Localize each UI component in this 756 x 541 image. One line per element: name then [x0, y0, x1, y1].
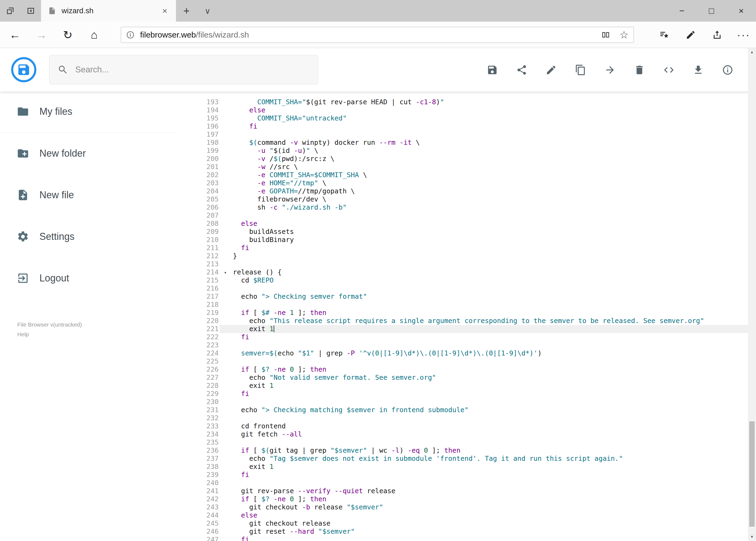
code-text[interactable]: -w //src \: [220, 163, 748, 171]
code-line-241[interactable]: 241 git rev-parse --verify --quiet relea…: [186, 487, 748, 495]
code-editor[interactable]: 193 COMMIT_SHA="$(git rev-parse HEAD | c…: [186, 92, 748, 541]
code-text[interactable]: if [ $? -ne 0 ]; then: [220, 495, 748, 503]
code-line-205[interactable]: 205 filebrowser/dev \: [186, 195, 748, 204]
code-line-207[interactable]: 207: [186, 212, 748, 220]
code-text[interactable]: fi: [220, 536, 748, 541]
code-text[interactable]: git checkout -b release "$semver": [220, 503, 748, 511]
edit-button[interactable]: [546, 64, 557, 76]
code-text[interactable]: [220, 260, 748, 268]
code-line-225[interactable]: 225: [186, 357, 748, 365]
search-input[interactable]: [75, 65, 310, 75]
back-button[interactable]: ←: [2, 28, 28, 41]
code-text[interactable]: git rev-parse --verify --quiet release: [220, 487, 748, 495]
scrollbar-thumb[interactable]: [749, 421, 755, 527]
code-line-210[interactable]: 210 buildBinary: [186, 236, 748, 244]
code-text[interactable]: [220, 357, 748, 365]
code-text[interactable]: else: [220, 220, 748, 228]
code-line-232[interactable]: 232: [186, 414, 748, 422]
hub-favorites-icon[interactable]: [658, 30, 671, 40]
code-line-218[interactable]: 218: [186, 300, 748, 309]
code-line-214[interactable]: 214▾release () {: [186, 268, 748, 276]
code-line-222[interactable]: 222 fi: [186, 333, 748, 341]
code-text[interactable]: fi: [220, 244, 748, 252]
code-line-194[interactable]: 194 else: [186, 106, 748, 114]
code-line-243[interactable]: 243 git checkout -b release "$semver": [186, 503, 748, 511]
sidebar-item-new-folder[interactable]: New folder: [0, 137, 186, 170]
code-line-226[interactable]: 226 if [ $? -ne 0 ]; then: [186, 365, 748, 373]
minimize-button[interactable]: −: [667, 0, 697, 22]
forward-button[interactable]: →: [28, 28, 55, 41]
code-text[interactable]: fi: [220, 122, 748, 131]
code-text[interactable]: git fetch --all: [220, 430, 748, 438]
code-text[interactable]: else: [220, 511, 748, 519]
code-line-223[interactable]: 223: [186, 341, 748, 349]
code-line-199[interactable]: 199 -u "$(id -u)" \: [186, 147, 748, 155]
code-line-213[interactable]: 213: [186, 260, 748, 268]
code-text[interactable]: if [ $? -ne 0 ]; then: [220, 365, 748, 373]
code-line-219[interactable]: 219 if [ $# -ne 1 ]; then: [186, 309, 748, 317]
code-editor-button[interactable]: [663, 64, 674, 76]
code-text[interactable]: -e HOME="//tmp" \: [220, 179, 748, 187]
address-bar[interactable]: filebrowser.web/files/wizard.sh ☆: [121, 27, 634, 43]
code-line-237[interactable]: 237 echo "Tag $semver does not exist in …: [186, 455, 748, 463]
code-text[interactable]: exit 1: [220, 325, 748, 333]
code-text[interactable]: [220, 284, 748, 292]
code-line-242[interactable]: 242 if [ $? -ne 0 ]; then: [186, 495, 748, 503]
filebrowser-logo[interactable]: [11, 57, 37, 83]
code-text[interactable]: if [ $# -ne 1 ]; then: [220, 309, 748, 317]
code-text[interactable]: release () {: [220, 268, 748, 276]
refresh-button[interactable]: ↻: [55, 28, 81, 42]
code-text[interactable]: if [ $(git tag | grep "$semver" | wc -l)…: [220, 446, 748, 455]
page-scrollbar[interactable]: ▲ ▼: [748, 48, 756, 541]
code-text[interactable]: git reset --hard "$semver": [220, 527, 748, 536]
code-line-230[interactable]: 230: [186, 398, 748, 406]
code-line-220[interactable]: 220 echo "This release script requires a…: [186, 317, 748, 325]
favorite-star-icon[interactable]: ☆: [620, 30, 629, 40]
code-text[interactable]: [220, 438, 748, 446]
code-text[interactable]: [220, 414, 748, 422]
code-text[interactable]: COMMIT_SHA="untracked": [220, 114, 748, 122]
sidebar-item-my-files[interactable]: My files: [0, 95, 186, 128]
code-line-234[interactable]: 234 git fetch --all: [186, 430, 748, 438]
code-line-244[interactable]: 244 else: [186, 511, 748, 519]
fold-marker-icon[interactable]: ▾: [224, 269, 227, 276]
code-line-211[interactable]: 211 fi: [186, 244, 748, 252]
code-line-197[interactable]: 197: [186, 131, 748, 139]
maximize-button[interactable]: □: [697, 0, 726, 22]
code-line-235[interactable]: 235: [186, 438, 748, 446]
code-line-208[interactable]: 208 else: [186, 220, 748, 228]
code-text[interactable]: else: [220, 106, 748, 114]
code-text[interactable]: filebrowser/dev \: [220, 195, 748, 204]
help-link[interactable]: Help: [17, 329, 82, 339]
code-text[interactable]: echo "Not valid semver format. See semve…: [220, 373, 748, 382]
code-text[interactable]: -e COMMIT_SHA=$COMMIT_SHA \: [220, 171, 748, 179]
code-text[interactable]: [220, 341, 748, 349]
site-info-icon[interactable]: [126, 31, 135, 39]
code-line-238[interactable]: 238 exit 1: [186, 463, 748, 471]
new-tab-button[interactable]: +: [176, 0, 197, 22]
code-line-239[interactable]: 239 fi: [186, 471, 748, 479]
code-text[interactable]: [220, 398, 748, 406]
scroll-up-arrow-icon[interactable]: ▲: [748, 48, 756, 56]
code-text[interactable]: [220, 131, 748, 139]
tab-list-chevron-icon[interactable]: ∨: [197, 0, 218, 22]
code-text[interactable]: buildAssets: [220, 228, 748, 236]
code-line-224[interactable]: 224 semver=$(echo "$1" | grep -P '^v(0|[…: [186, 349, 748, 357]
code-text[interactable]: }: [220, 252, 748, 260]
code-text[interactable]: fi: [220, 471, 748, 479]
code-text[interactable]: [220, 479, 748, 487]
tab-preview-icon[interactable]: [0, 0, 21, 22]
scroll-down-arrow-icon[interactable]: ▼: [748, 533, 756, 541]
code-text[interactable]: cd frontend: [220, 422, 748, 430]
code-line-246[interactable]: 246 git reset --hard "$semver": [186, 527, 748, 536]
reading-view-icon[interactable]: [601, 30, 610, 39]
sidebar-item-settings[interactable]: Settings: [0, 221, 186, 253]
set-tabs-aside-icon[interactable]: [21, 0, 41, 22]
code-text[interactable]: exit 1: [220, 382, 748, 390]
code-line-247[interactable]: 247 fi: [186, 536, 748, 541]
code-line-195[interactable]: 195 COMMIT_SHA="untracked": [186, 114, 748, 122]
code-line-217[interactable]: 217 echo "> Checking semver format": [186, 292, 748, 300]
code-line-229[interactable]: 229 fi: [186, 390, 748, 398]
annotate-pen-icon[interactable]: [684, 30, 697, 40]
home-button[interactable]: ⌂: [81, 28, 108, 41]
